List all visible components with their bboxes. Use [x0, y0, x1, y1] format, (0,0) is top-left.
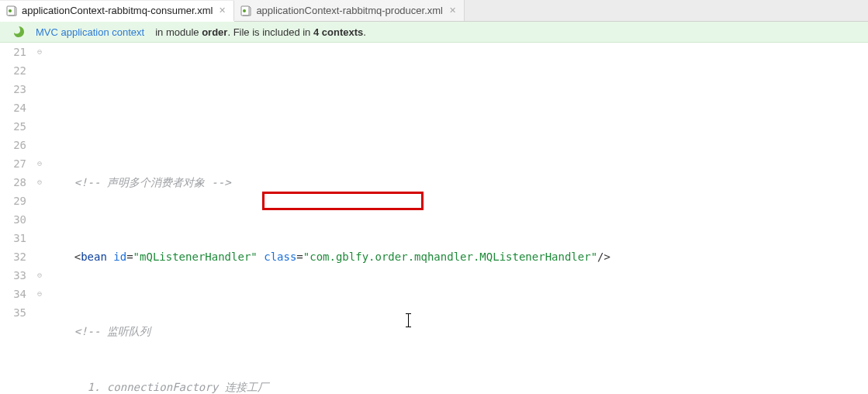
code-area[interactable]: <!-- 声明多个消费者对象 --> <bean id="mQListenerH…: [45, 43, 868, 394]
line-number: 35: [0, 303, 26, 322]
line-number: 27: [0, 154, 26, 173]
tab-producer-xml[interactable]: applicationContext-rabbitmq-producer.xml…: [234, 0, 465, 21]
line-number-gutter: 212223242526272829303132333435: [0, 43, 34, 394]
fold-toggle-icon[interactable]: ⊖: [34, 154, 45, 173]
tab-label: applicationContext-rabbitmq-consumer.xml: [22, 5, 213, 16]
code-editor[interactable]: 212223242526272829303132333435 ⊖⊖⊖⊖⊖ <!-…: [0, 43, 868, 394]
close-icon[interactable]: ✕: [448, 5, 458, 16]
text-caret: [408, 313, 409, 327]
svg-point-3: [243, 9, 246, 12]
line-number: 21: [0, 43, 26, 61]
fold-spacer: [34, 117, 45, 136]
xml-file-icon: [6, 5, 17, 16]
line-number: 26: [0, 136, 26, 154]
highlight-box: [262, 192, 424, 210]
fold-toggle-icon[interactable]: ⊖: [34, 173, 45, 192]
svg-point-1: [9, 9, 12, 12]
fold-spacer: [34, 136, 45, 154]
line-number: 30: [0, 210, 26, 229]
line-number: 23: [0, 80, 26, 98]
tab-consumer-xml[interactable]: applicationContext-rabbitmq-consumer.xml…: [0, 1, 234, 22]
spring-leaf-icon: [12, 26, 25, 38]
line-number: 34: [0, 285, 26, 303]
fold-spacer: [34, 303, 45, 322]
fold-toggle-icon[interactable]: ⊖: [34, 43, 45, 61]
fold-toggle-icon[interactable]: ⊖: [34, 266, 45, 285]
fold-spacer: [34, 80, 45, 98]
line-number: 22: [0, 61, 26, 80]
fold-spacer: [34, 210, 45, 229]
line-number: 28: [0, 173, 26, 192]
fold-spacer: [34, 61, 45, 80]
fold-spacer: [34, 192, 45, 210]
tab-label: applicationContext-rabbitmq-producer.xml: [256, 5, 443, 16]
line-number: 25: [0, 117, 26, 136]
fold-spacer: [34, 229, 45, 247]
line-number: 24: [0, 98, 26, 117]
context-link[interactable]: MVC application context: [36, 26, 144, 38]
xml-file-icon: [240, 5, 251, 16]
line-number: 29: [0, 192, 26, 210]
fold-spacer: [34, 247, 45, 266]
line-number: 33: [0, 266, 26, 285]
close-icon[interactable]: ✕: [217, 5, 227, 16]
tab-bar: applicationContext-rabbitmq-consumer.xml…: [0, 0, 868, 22]
fold-column: ⊖⊖⊖⊖⊖: [34, 43, 45, 394]
fold-toggle-icon[interactable]: ⊖: [34, 285, 45, 303]
line-number: 31: [0, 229, 26, 247]
line-number: 32: [0, 247, 26, 266]
context-text: in module order. File is included in 4 c…: [155, 26, 366, 38]
fold-spacer: [34, 98, 45, 117]
context-bar: MVC application context in module order.…: [0, 22, 868, 43]
